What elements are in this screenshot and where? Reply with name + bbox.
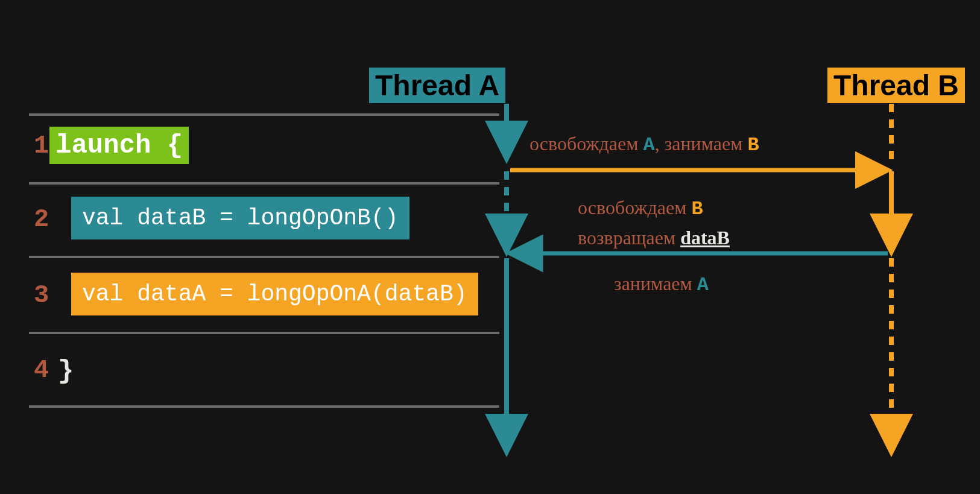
annotation-release-b: освобождаем B [578,197,703,220]
annotation-release-a-take-b: освобождаем A, занимаем B [530,133,759,156]
code-line-1: launch { [49,127,189,164]
lineno-3: 3 [34,281,49,310]
rule-1 [29,113,499,116]
code-line-4-brace: } [58,356,74,386]
rule-5 [29,405,499,408]
code-line-2: val dataB = longOpOnB() [71,197,409,239]
lineno-1: 1 [34,131,49,160]
thread-a-label: Thread A [369,68,505,103]
annotation-take-a: занимаем A [614,273,709,296]
lineno-4: 4 [34,356,49,385]
rule-4 [29,332,499,334]
annotation-return-data: возвращаем dataB [578,227,730,249]
rule-2 [29,182,499,185]
rule-3 [29,256,499,258]
thread-b-label: Thread B [827,68,965,103]
code-line-3: val dataA = longOpOnA(dataB) [71,273,478,315]
diagram-stage: Thread A Thread B 1 launch { 2 val dataB… [0,0,980,494]
lineno-2: 2 [34,205,49,234]
